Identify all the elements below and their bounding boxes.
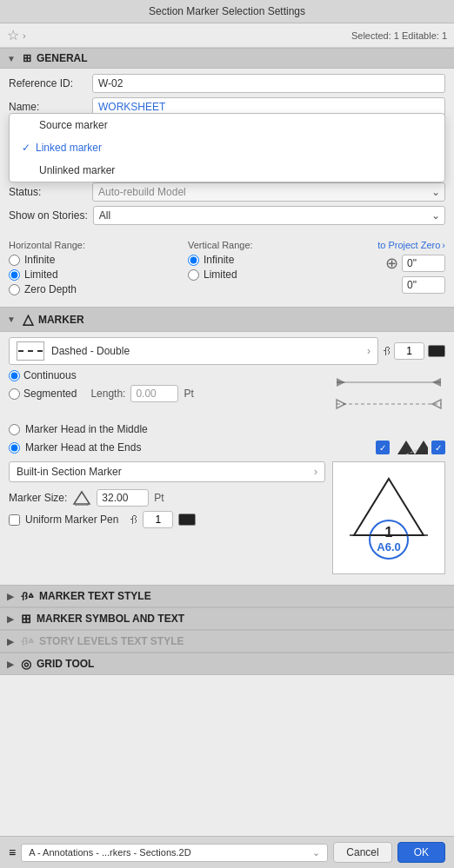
v-infinite-radio[interactable]: [188, 255, 199, 266]
coord-input-2[interactable]: [402, 276, 445, 294]
general-section-header[interactable]: ▼ ⊞ GENERAL: [0, 48, 454, 69]
axis-icon-1: ⊕: [385, 254, 398, 273]
radio-col: Continuous Segmented Length: Pt: [9, 369, 325, 402]
line-visual-svg: [332, 369, 445, 417]
pen-swatch-1: [428, 345, 445, 357]
h-zero-radio[interactable]: [9, 284, 20, 295]
marker-size-icon: [72, 490, 91, 506]
status-select[interactable]: Auto-rebuild Model: [92, 182, 445, 202]
top-bar: ☆ › Selected: 1 Editable: 1: [0, 23, 454, 48]
marker-preview: 1 A6.0: [332, 461, 445, 574]
popup-linked-marker[interactable]: ✓ Linked marker: [10, 136, 444, 159]
coord-input-1[interactable]: [402, 255, 445, 272]
v-infinite-option: Infinite: [188, 254, 358, 266]
continuous-option[interactable]: Continuous: [9, 369, 325, 381]
sl-label: STORY LEVELS TEXT STYLE: [39, 635, 184, 647]
ends-check-1[interactable]: ✓: [376, 441, 390, 454]
marker-symbol-text-header[interactable]: ▶ ⊞ MARKER SYMBOL AND TEXT: [0, 607, 454, 630]
built-in-select[interactable]: Built-in Section Marker ›: [9, 461, 325, 482]
marker-section-header[interactable]: ▼ △ MARKER: [0, 307, 454, 332]
story-levels-header[interactable]: ▶ ꟗ△ STORY LEVELS TEXT STYLE: [0, 630, 454, 653]
length-input[interactable]: [130, 385, 178, 402]
general-icon: ⊞: [23, 52, 31, 64]
uniform-pen-number[interactable]: [143, 511, 173, 528]
popup-unlinked-marker[interactable]: Unlinked marker: [10, 159, 444, 182]
marker-head-ends-label: Marker Head at the Ends: [25, 441, 141, 454]
status-dropdown-wrapper: Auto-rebuild Model: [92, 182, 445, 202]
h-zero-option: Zero Depth: [9, 283, 179, 295]
svg-marker-2: [432, 378, 441, 387]
built-in-row: Built-in Section Marker ›: [9, 461, 325, 482]
marker-text-style-header[interactable]: ▶ ꟗ△ MARKER TEXT STYLE: [0, 585, 454, 607]
marker-size-label: Marker Size:: [9, 492, 67, 504]
coord-row-2: [402, 276, 445, 294]
ends-visual-svg: [393, 439, 428, 456]
gt-icon: ◎: [21, 657, 31, 671]
v-limited-option: Limited: [188, 268, 358, 281]
layer-chevron: ⌄: [312, 847, 320, 858]
layer-label: A - Annotations - ...rkers - Sections.2D: [29, 847, 190, 858]
built-in-label: Built-in Section Marker: [17, 466, 122, 478]
breadcrumb-chevron[interactable]: ›: [23, 30, 26, 41]
marker-head-ends-radio[interactable]: [9, 442, 20, 454]
dashed-chevron: ›: [367, 345, 371, 357]
svg-text:A6.0: A6.0: [377, 540, 400, 553]
general-collapse-arrow: ▼: [7, 54, 16, 63]
h-limited-label: Limited: [24, 268, 58, 281]
msat-collapse-arrow: ▶: [7, 614, 14, 624]
segmented-option[interactable]: Segmented: [9, 388, 77, 400]
title-text: Section Marker Selection Settings: [149, 5, 305, 17]
marker-size-row: Marker Size: Pt: [9, 489, 325, 507]
uniform-pen-label: Uniform Marker Pen: [25, 514, 118, 526]
marker-collapse-arrow: ▼: [7, 315, 16, 324]
continuous-segment-area: Continuous Segmented Length: Pt: [0, 369, 454, 420]
popup-source-marker[interactable]: Source marker: [10, 114, 444, 136]
ok-button[interactable]: OK: [397, 842, 445, 863]
continuous-radio[interactable]: [9, 370, 20, 381]
marker-size-input[interactable]: [97, 489, 149, 507]
ref-id-input[interactable]: [92, 74, 445, 93]
selection-status: Selected: 1 Editable: 1: [351, 30, 447, 41]
svg-marker-1: [337, 378, 345, 387]
marker-ends-icons: ✓ ✓: [376, 439, 445, 456]
grid-tool-header[interactable]: ▶ ◎ GRID TOOL: [0, 653, 454, 675]
marker-section-label: MARKER: [38, 314, 84, 326]
pen-number-1[interactable]: [394, 342, 424, 360]
cancel-button[interactable]: Cancel: [333, 842, 391, 863]
h-limited-option: Limited: [9, 268, 179, 281]
horizontal-range-title: Horizontal Range:: [9, 240, 179, 250]
name-label: Name:: [9, 101, 87, 113]
segmented-radio[interactable]: [9, 388, 20, 400]
uniform-pen-swatch: [178, 514, 196, 526]
ref-id-row: Reference ID:: [9, 74, 445, 93]
ends-check-2[interactable]: ✓: [431, 441, 445, 454]
gt-collapse-arrow: ▶: [7, 659, 14, 669]
h-infinite-option: Infinite: [9, 254, 179, 266]
preview-svg: 1 A6.0: [341, 470, 437, 566]
v-limited-radio[interactable]: [188, 269, 199, 281]
pt-label-1: Pt: [184, 388, 193, 400]
favorite-icon[interactable]: ☆: [7, 27, 19, 43]
status-row: Status: Auto-rebuild Model: [9, 182, 445, 202]
status-label: Status:: [9, 186, 87, 198]
dashed-double-label: Dashed - Double: [51, 345, 130, 357]
svg-text:1: 1: [385, 525, 393, 540]
h-infinite-label: Infinite: [24, 254, 55, 266]
dashed-double-select[interactable]: Dashed - Double ›: [9, 337, 378, 365]
stories-select[interactable]: All: [93, 206, 445, 225]
bottom-bar: ≡ A - Annotations - ...rkers - Sections.…: [0, 836, 454, 868]
marker-head-middle-radio[interactable]: [9, 424, 20, 435]
uniform-pen-checkbox[interactable]: [9, 514, 20, 526]
popup-linked-label: Linked marker: [36, 142, 102, 154]
to-project-zero-btn[interactable]: to Project Zero ›: [377, 240, 445, 250]
layer-selector[interactable]: A - Annotations - ...rkers - Sections.2D…: [21, 844, 328, 862]
vertical-range-col: Vertical Range: Infinite Limited: [188, 240, 358, 283]
popup-source-label: Source marker: [39, 119, 108, 131]
h-infinite-radio[interactable]: [9, 255, 20, 266]
marker-ref-dropdown-popup: Source marker ✓ Linked marker Unlinked m…: [9, 113, 445, 182]
h-limited-radio[interactable]: [9, 269, 20, 281]
msat-icon: ⊞: [21, 612, 31, 626]
sl-collapse-arrow: ▶: [7, 637, 14, 646]
pen-icon-1: ꟗ: [384, 343, 391, 359]
range-row: Horizontal Range: Infinite Limited Zero …: [9, 240, 445, 298]
